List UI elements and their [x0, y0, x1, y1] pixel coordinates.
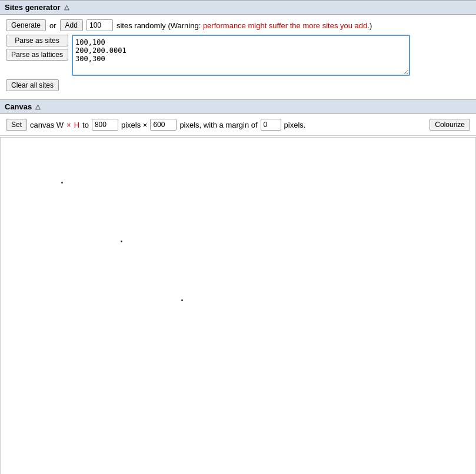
h-label: H	[74, 121, 79, 129]
pixels-x-text: pixels ×	[121, 121, 147, 129]
or-text: or	[49, 21, 56, 30]
set-button[interactable]: Set	[6, 119, 27, 131]
canvas-section: Canvas △ Set canvas W × H to pixels × pi…	[0, 99, 476, 474]
sites-generator-section: Sites generator △ Generate or Add sites …	[0, 0, 476, 99]
sites-generator-body: Generate or Add sites randomly (Warning:…	[0, 15, 476, 99]
site-dot-1	[61, 182, 63, 183]
canvas-prefix: canvas W	[30, 121, 64, 129]
generate-button[interactable]: Generate	[6, 19, 46, 31]
canvas-height-input[interactable]	[150, 119, 177, 131]
canvas-controls: Set canvas W × H to pixels × pixels, wit…	[0, 114, 476, 136]
pixels-margin-text: pixels, with a margin of	[179, 121, 257, 129]
site-dot-3	[181, 299, 183, 301]
site-dot-2	[121, 241, 122, 242]
canvas-title: Canvas	[5, 102, 32, 111]
add-count-input[interactable]	[86, 19, 113, 31]
canvas-header: Canvas △	[0, 99, 476, 114]
canvas-drawing-area	[0, 137, 476, 474]
generate-row: Generate or Add sites randomly (Warning:…	[6, 19, 470, 31]
clear-all-sites-button[interactable]: Clear all sites	[6, 79, 59, 91]
sites-generator-header: Sites generator △	[0, 0, 476, 15]
pixels-end-text: pixels.	[284, 121, 306, 129]
sites-generator-triangle: △	[64, 4, 69, 11]
canvas-triangle: △	[35, 103, 40, 111]
canvas-width-input[interactable]	[92, 119, 118, 131]
sites-generator-title: Sites generator	[5, 3, 61, 12]
colourize-button[interactable]: Colourize	[430, 119, 470, 131]
canvas-margin-input[interactable]	[261, 119, 281, 131]
clear-row: Clear all sites	[6, 79, 470, 91]
parse-as-lattices-button[interactable]: Parse as lattices	[6, 49, 68, 61]
parse-as-sites-button[interactable]: Parse as sites	[6, 35, 68, 46]
add-button[interactable]: Add	[60, 19, 83, 31]
sites-randomly-text: sites randomly (Warning: performance mig…	[116, 21, 372, 30]
sites-textarea[interactable]: 100,100 200,200.0001 300,300	[72, 35, 410, 76]
to-text: to	[82, 121, 89, 129]
warning-text: performance might suffer the more sites …	[203, 21, 367, 30]
x-label: ×	[66, 121, 71, 129]
